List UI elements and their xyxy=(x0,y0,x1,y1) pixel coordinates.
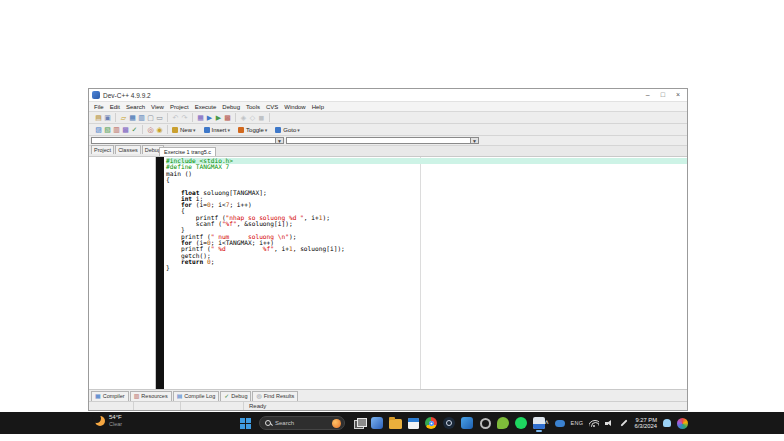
chevron-down-icon: ▾ xyxy=(193,127,196,133)
print-icon[interactable]: ▭ xyxy=(155,113,164,122)
cloud-icon[interactable] xyxy=(555,420,565,427)
steam-icon[interactable] xyxy=(440,413,458,433)
new-project-icon[interactable]: ▣ xyxy=(103,113,112,122)
new-button-label: New xyxy=(180,127,192,133)
tab-compiler-label: Compiler xyxy=(103,392,125,401)
code-segment: return xyxy=(181,258,203,265)
close-file-icon[interactable]: ▢ xyxy=(146,113,155,122)
combo-row: ▼ ▼ xyxy=(89,136,687,146)
browser-chrome-icon[interactable] xyxy=(422,413,440,433)
microsoft-store-icon[interactable] xyxy=(404,413,422,433)
tab-debug[interactable]: ✓Debug xyxy=(220,391,251,401)
code-segment: } xyxy=(166,264,170,271)
title-bar[interactable]: Dev-C++ 4.9.9.2 – □ × xyxy=(89,89,687,101)
file-explorer-icon[interactable] xyxy=(386,413,404,433)
menu-item-search[interactable]: Search xyxy=(123,103,148,111)
copilot-icon[interactable] xyxy=(677,418,688,429)
redo-icon[interactable]: ↷ xyxy=(180,113,189,122)
menu-item-help[interactable]: Help xyxy=(309,103,327,111)
menu-item-view[interactable]: View xyxy=(148,103,167,111)
toolbar-main: ▤▣▱▦▥▢▭↶↷▦▶▶▩◈◇◼ xyxy=(89,112,687,124)
project-browser-panel[interactable] xyxy=(89,157,156,389)
code-editor[interactable]: #include <stdio.h>#define TANGMAX 7main … xyxy=(164,157,687,389)
weather-widget[interactable]: 54°F Clear xyxy=(95,414,122,428)
tab-find-results[interactable]: ◎Find Results xyxy=(252,391,298,401)
notepad-plus-plus-icon[interactable] xyxy=(494,413,512,433)
new-button[interactable]: New▾ xyxy=(170,125,198,134)
editor-tab[interactable]: Exercise 1 trang5.c xyxy=(159,147,216,156)
search-icon xyxy=(265,420,272,427)
tab-compiler[interactable]: ▦Compiler xyxy=(91,391,129,401)
project-options-icon[interactable]: ▩ xyxy=(121,125,130,134)
menu-item-edit[interactable]: Edit xyxy=(107,103,123,111)
new-source-icon[interactable]: ▤ xyxy=(94,113,103,122)
menu-item-file[interactable]: File xyxy=(91,103,107,111)
close-button[interactable]: × xyxy=(676,90,680,100)
code-segment: soluong[TANGMAX]; xyxy=(200,189,267,196)
tab-find-results-label: Find Results xyxy=(264,392,295,401)
compile-icon[interactable]: ▦ xyxy=(196,113,205,122)
pen-icon[interactable] xyxy=(621,419,628,426)
new-icon xyxy=(172,127,178,133)
profile-icon[interactable]: ◇ xyxy=(248,113,257,122)
task-view-icon[interactable] xyxy=(350,413,368,433)
save-all-icon[interactable]: ▥ xyxy=(137,113,146,122)
devcpp-window: Dev-C++ 4.9.9.2 – □ × FileEditSearchView… xyxy=(88,88,688,411)
spotify-icon[interactable] xyxy=(512,413,530,433)
minimize-button[interactable]: – xyxy=(646,90,650,100)
class-browser-combobox[interactable]: ▼ xyxy=(286,137,479,144)
chevron-down-icon[interactable]: ▼ xyxy=(275,138,283,143)
goto-button[interactable]: Goto▾ xyxy=(273,125,302,134)
project-new-icon[interactable]: ▨ xyxy=(94,125,103,134)
notification-bell-icon[interactable] xyxy=(663,419,671,427)
sidebar-tabs: ProjectClassesDebug xyxy=(91,138,165,156)
debug-icon[interactable]: ◈ xyxy=(239,113,248,122)
menu-bar: FileEditSearchViewProjectExecuteDebugToo… xyxy=(89,101,687,112)
find-icon[interactable]: ◎ xyxy=(146,125,155,134)
clock[interactable]: 9:27 PM 6/3/2024 xyxy=(634,417,657,430)
replace-icon[interactable]: ◉ xyxy=(155,125,164,134)
undo-icon[interactable]: ↶ xyxy=(171,113,180,122)
project-remove-icon[interactable]: ▥ xyxy=(112,125,121,134)
taskbar-center: Search xyxy=(236,412,548,434)
menu-item-tools[interactable]: Tools xyxy=(243,103,263,111)
tab-find-results-icon: ◎ xyxy=(256,392,261,401)
run-icon[interactable]: ▶ xyxy=(205,113,214,122)
window-controls: – □ × xyxy=(646,90,684,100)
check-syntax-icon[interactable]: ✓ xyxy=(130,125,139,134)
project-add-icon[interactable]: ▧ xyxy=(103,125,112,134)
open-icon[interactable]: ▱ xyxy=(119,113,128,122)
wifi-icon[interactable] xyxy=(589,420,599,427)
tab-compile-log[interactable]: ▤Compile Log xyxy=(173,391,220,401)
chevron-down-icon[interactable]: ▼ xyxy=(470,138,478,143)
code-line: } xyxy=(166,265,687,271)
toggle-button[interactable]: Toggle▾ xyxy=(236,125,269,134)
chevron-down-icon: ▾ xyxy=(228,127,231,133)
chat-icon[interactable] xyxy=(368,413,386,433)
abort-icon[interactable]: ◼ xyxy=(257,113,266,122)
compile-run-icon[interactable]: ▶ xyxy=(214,113,223,122)
rebuild-icon[interactable]: ▩ xyxy=(223,113,232,122)
status-panel-3 xyxy=(181,402,244,410)
tab-compile-log-icon: ▤ xyxy=(177,392,183,401)
tab-resources[interactable]: ▥Resources xyxy=(130,391,172,401)
menu-item-debug[interactable]: Debug xyxy=(219,103,243,111)
maximize-button[interactable]: □ xyxy=(661,90,665,100)
menu-item-project[interactable]: Project xyxy=(167,103,192,111)
save-icon[interactable]: ▦ xyxy=(128,113,137,122)
start-button[interactable] xyxy=(236,413,254,433)
opera-icon[interactable] xyxy=(476,413,494,433)
language-indicator[interactable]: ENG xyxy=(571,420,584,426)
search-input[interactable]: Search xyxy=(259,416,345,430)
chrome-glyph xyxy=(425,417,437,429)
devcpp-app-icon xyxy=(92,91,100,99)
volume-icon[interactable] xyxy=(605,419,614,427)
blue-app-icon[interactable] xyxy=(458,413,476,433)
menu-item-window[interactable]: Window xyxy=(281,103,308,111)
sidebar-tab-project[interactable]: Project xyxy=(91,145,114,154)
insert-button[interactable]: Insert▾ xyxy=(202,125,233,134)
sidebar-tab-classes[interactable]: Classes xyxy=(115,145,141,154)
tray-chevron-up-icon[interactable]: ^ xyxy=(545,420,549,427)
menu-item-cvs[interactable]: CVS xyxy=(263,103,281,111)
menu-item-execute[interactable]: Execute xyxy=(192,103,220,111)
